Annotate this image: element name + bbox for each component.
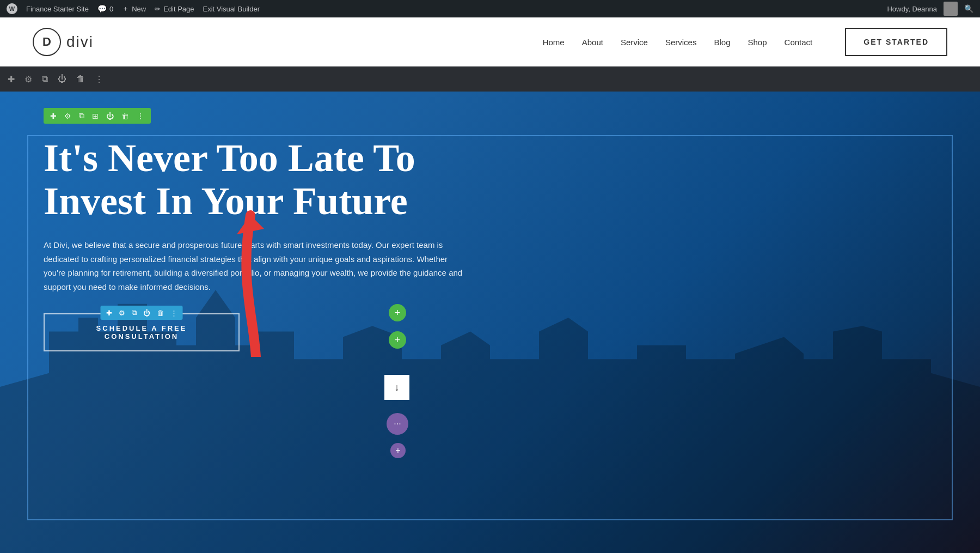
row-columns-icon[interactable]: ⊞ (92, 112, 99, 120)
nav-services[interactable]: Services (665, 38, 697, 47)
nav-service[interactable]: Service (621, 38, 648, 47)
builder-trash-icon[interactable]: 🗑 (76, 74, 85, 84)
builder-add-icon[interactable]: ✚ (8, 74, 15, 84)
row-copy-icon[interactable]: ⧉ (79, 111, 84, 120)
site-header: D divi Home About Service Services Blog … (0, 17, 980, 66)
row-settings-icon[interactable]: ⚙ (64, 112, 71, 120)
module-power-icon[interactable]: ⏻ (143, 309, 150, 317)
comment-bubble-icon: 💬 (97, 4, 107, 13)
row-trash-icon[interactable]: 🗑 (121, 112, 129, 120)
cta-button-label: SCHEDULE A FREE CONSULTATION (96, 324, 187, 341)
comments-link[interactable]: 💬 0 (97, 4, 113, 13)
exit-builder-link[interactable]: Exit Visual Builder (203, 5, 260, 13)
module-copy-icon[interactable]: ⧉ (132, 308, 137, 317)
module-toolbar: ✚ ⚙ ⧉ ⏻ 🗑 ⋮ (101, 306, 183, 320)
site-name-text: Finance Starter Site (26, 5, 89, 13)
new-label: New (132, 5, 146, 13)
chat-button[interactable]: ··· (387, 413, 408, 435)
red-arrow-svg (207, 204, 305, 357)
edit-page-link[interactable]: ✏ Edit Page (155, 5, 194, 13)
builder-settings-icon[interactable]: ⚙ (24, 74, 32, 84)
module-trash-icon[interactable]: 🗑 (157, 309, 164, 317)
wp-logo[interactable]: W (7, 3, 17, 14)
get-started-label: GET STARTED (863, 38, 929, 46)
builder-bar: ✚ ⚙ ⧉ ⏻ 🗑 ⋮ (0, 66, 980, 92)
site-name-link[interactable]: Finance Starter Site (26, 5, 89, 13)
chat-icon: ··· (394, 419, 401, 429)
plus-icon: + (395, 446, 400, 455)
module-add-icon[interactable]: ✚ (106, 309, 112, 317)
nav-shop[interactable]: Shop (748, 38, 767, 47)
down-arrow-icon: ↓ (395, 382, 400, 393)
hero-content: ✚ ⚙ ⧉ ⊞ ⏻ 🗑 ⋮ It's Never Too Late To Inv… (0, 92, 980, 351)
search-icon[interactable]: 🔍 (964, 4, 973, 13)
module-more-icon[interactable]: ⋮ (170, 309, 177, 317)
avatar[interactable] (944, 2, 958, 16)
module-settings-icon[interactable]: ⚙ (119, 309, 125, 317)
nav-blog[interactable]: Blog (714, 38, 730, 47)
comment-count: 0 (109, 5, 113, 13)
main-nav: Home About Service Services Blog Shop Co… (543, 38, 813, 47)
row-toolbar: ✚ ⚙ ⧉ ⊞ ⏻ 🗑 ⋮ (44, 108, 151, 124)
nav-about[interactable]: About (582, 38, 603, 47)
site-logo[interactable]: D divi (33, 28, 94, 56)
admin-bar-right: Howdy, Deanna 🔍 (887, 2, 973, 16)
row-add-icon[interactable]: ✚ (50, 112, 57, 120)
logo-text: divi (66, 33, 94, 51)
svg-marker-0 (237, 215, 264, 234)
nav-home[interactable]: Home (543, 38, 565, 47)
logo-letter: D (42, 35, 51, 49)
builder-more-icon[interactable]: ⋮ (95, 74, 103, 84)
logo-circle: D (33, 28, 61, 56)
builder-power-icon[interactable]: ⏻ (58, 74, 66, 84)
nav-contact[interactable]: Contact (785, 38, 813, 47)
row-power-icon[interactable]: ⏻ (106, 112, 114, 120)
scroll-down-button[interactable]: ↓ (384, 375, 409, 400)
exit-builder-label: Exit Visual Builder (203, 5, 260, 13)
new-link[interactable]: ＋ New (122, 4, 146, 14)
wp-icon: W (7, 3, 17, 14)
bottom-add-button[interactable]: + (390, 443, 406, 458)
row-more-icon[interactable]: ⋮ (137, 112, 144, 120)
arrow-annotation (207, 204, 305, 359)
builder-copy-icon[interactable]: ⧉ (42, 74, 48, 84)
edit-page-label: Edit Page (163, 5, 194, 13)
hero-section: ✚ ⚙ ⧉ ⊞ ⏻ 🗑 ⋮ It's Never Too Late To Inv… (0, 92, 980, 553)
plus-icon: ＋ (122, 4, 129, 14)
admin-bar: W Finance Starter Site 💬 0 ＋ New ✏ Edit … (0, 0, 980, 17)
cta-area: ✚ ⚙ ⧉ ⏻ 🗑 ⋮ SCHEDULE A FREE CONSULTATION (44, 313, 240, 351)
get-started-button[interactable]: GET STARTED (845, 28, 947, 56)
pencil-icon: ✏ (155, 5, 161, 13)
howdy-text: Howdy, Deanna (887, 5, 937, 13)
